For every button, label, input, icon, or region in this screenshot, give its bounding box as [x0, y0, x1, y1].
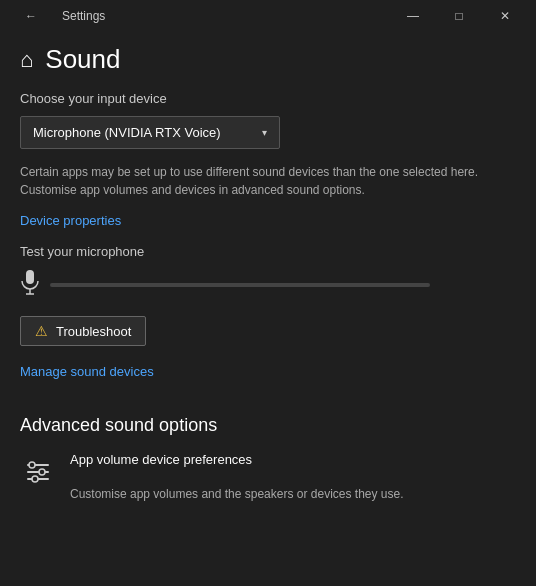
title-bar-controls: — □ ✕ [390, 0, 528, 32]
title-bar-left: ← Settings [8, 0, 105, 32]
troubleshoot-label: Troubleshoot [56, 324, 131, 339]
microphone-test-section: Test your microphone ⚠ Troubleshoot Mana… [20, 244, 516, 395]
warning-icon: ⚠ [35, 323, 48, 339]
maximize-button[interactable]: □ [436, 0, 482, 32]
dropdown-selected-text: Microphone (NVIDIA RTX Voice) [33, 125, 221, 140]
manage-sound-devices-link[interactable]: Manage sound devices [20, 364, 154, 379]
close-button[interactable]: ✕ [482, 0, 528, 32]
troubleshoot-button[interactable]: ⚠ Troubleshoot [20, 316, 146, 346]
title-bar: ← Settings — □ ✕ [0, 0, 536, 32]
device-properties-link[interactable]: Device properties [20, 213, 121, 228]
advanced-section-title: Advanced sound options [20, 415, 516, 436]
svg-point-6 [29, 462, 35, 468]
minimize-button[interactable]: — [390, 0, 436, 32]
svg-point-7 [39, 469, 45, 475]
app-volume-item: App volume device preferences Customise … [20, 452, 516, 503]
title-bar-title: Settings [62, 9, 105, 23]
svg-rect-0 [26, 270, 34, 284]
microphone-icon [20, 269, 40, 300]
app-volume-description: Customise app volumes and the speakers o… [70, 486, 404, 503]
input-device-label: Choose your input device [20, 91, 516, 106]
mic-level-row [20, 269, 516, 300]
input-device-section: Choose your input device Microphone (NVI… [20, 91, 516, 244]
app-volume-text: App volume device preferences Customise … [70, 452, 404, 503]
svg-point-8 [32, 476, 38, 482]
page-title: Sound [45, 44, 120, 75]
home-icon: ⌂ [20, 47, 33, 73]
sliders-icon [20, 454, 56, 490]
dropdown-arrow-icon: ▾ [262, 127, 267, 138]
advanced-sound-section: Advanced sound options App volume device… [20, 395, 516, 503]
input-info-text: Certain apps may be set up to use differ… [20, 163, 516, 199]
app-volume-title[interactable]: App volume device preferences [70, 452, 404, 467]
input-device-dropdown[interactable]: Microphone (NVIDIA RTX Voice) ▾ [20, 116, 280, 149]
page-header: ⌂ Sound [0, 32, 536, 91]
mic-test-label: Test your microphone [20, 244, 516, 259]
content-area: Choose your input device Microphone (NVI… [0, 91, 536, 503]
mic-level-bar [50, 283, 430, 287]
back-button[interactable]: ← [8, 0, 54, 32]
